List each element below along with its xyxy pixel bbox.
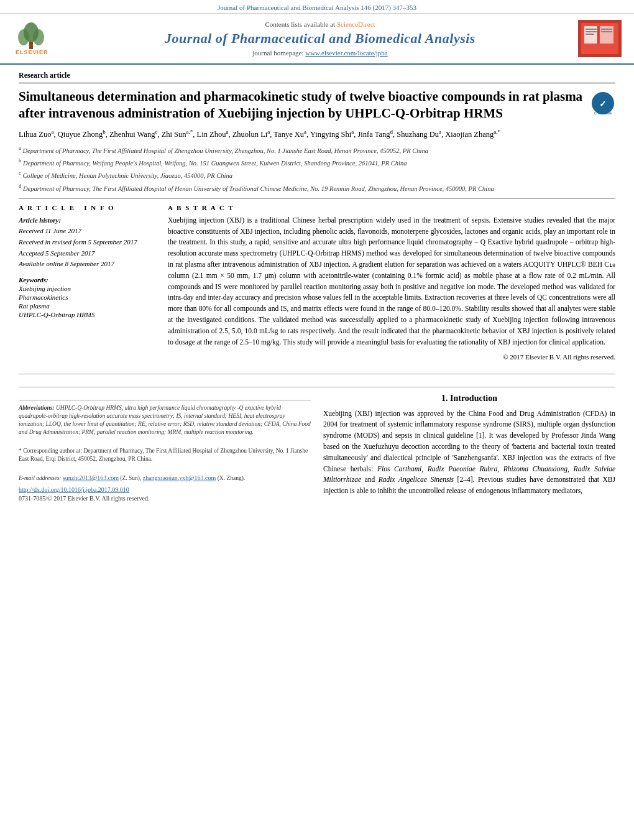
footnotes-block: Abbreviations: UHPLC-Q-Orbitrap HRMS, ul… — [19, 400, 311, 483]
introduction-section: Abbreviations: UHPLC-Q-Orbitrap HRMS, ul… — [19, 387, 615, 502]
affiliation-c: c College of Medicine, Henan Polytechnic… — [19, 169, 615, 180]
svg-rect-14 — [601, 29, 612, 30]
keyword-3: Rat plasma — [19, 302, 155, 310]
email-block: E-mail addresses: sunzhi2013@163.com (Z.… — [19, 474, 311, 482]
section-divider — [19, 198, 615, 199]
doi-block: http://dx.doi.org/10.1016/j.jpba.2017.09… — [19, 486, 311, 493]
article-info-header: A R T I C L E I N F O — [19, 204, 155, 211]
intro-section-title: 1. Introduction — [323, 394, 615, 404]
svg-text:✓: ✓ — [599, 99, 607, 109]
main-content: Research article Simultaneous determinat… — [0, 65, 634, 508]
affiliation-a: a Department of Pharmacy, The First Affi… — [19, 144, 615, 155]
history-label: Article history: — [19, 216, 61, 224]
intro-right: 1. Introduction Xuebijing (XBJ) injectio… — [323, 394, 615, 502]
affiliation-d: d Department of Pharmacy, The First Affi… — [19, 182, 615, 193]
issn-block: 0731-7085/© 2017 Elsevier B.V. All right… — [19, 495, 311, 502]
contents-line: Contents lists available at ScienceDirec… — [62, 21, 578, 28]
sciencedirect-link[interactable]: ScienceDirect — [337, 21, 375, 28]
svg-text:ELSEVIER: ELSEVIER — [16, 49, 48, 55]
keyword-1: Xuebijing injection — [19, 285, 155, 292]
svg-rect-13 — [586, 34, 594, 35]
svg-rect-4 — [29, 42, 33, 49]
email-link-1[interactable]: sunzhi2013@163.com — [63, 474, 119, 481]
abstract-header: A B S T R A C T — [168, 204, 615, 211]
svg-rect-15 — [601, 31, 612, 32]
intro-paragraph: Xuebijing (XBJ) injection was approved b… — [323, 408, 615, 497]
journal-header-middle: Contents lists available at ScienceDirec… — [62, 21, 578, 57]
intro-left: Abbreviations: UHPLC-Q-Orbitrap HRMS, ul… — [19, 394, 311, 502]
journal-cover-thumbnail — [578, 20, 622, 57]
keyword-2: Pharmacokinetics — [19, 293, 155, 301]
article-type-label: Research article — [19, 71, 615, 83]
right-column: A B S T R A C T Xuebijing injection (XBJ… — [168, 204, 615, 362]
svg-point-2 — [18, 29, 29, 45]
section-divider-2 — [19, 374, 615, 374]
journal-homepage: journal homepage: www.elsevier.com/locat… — [62, 49, 578, 57]
email-link-2[interactable]: zhangxiaojian.yxb@163.com — [143, 474, 216, 481]
journal-title: Journal of Pharmaceutical and Biomedical… — [62, 30, 578, 47]
revised-date: Received in revised form 5 September 201… — [19, 238, 137, 246]
article-info-abstract: A R T I C L E I N F O Article history: R… — [19, 204, 615, 362]
abstract-text: Xuebijing injection (XBJ) is a tradition… — [168, 215, 615, 362]
intro-two-col: Abbreviations: UHPLC-Q-Orbitrap HRMS, ul… — [19, 394, 615, 502]
article-info-block: Article history: Received 11 June 2017 R… — [19, 215, 155, 270]
journal-ref-bar: Journal of Pharmaceutical and Biomedical… — [0, 0, 634, 14]
crossmark-icon: ✓ CrossMark — [590, 91, 615, 116]
affiliation-b: b Department of Pharmacy, Weifang People… — [19, 157, 615, 168]
left-column: A R T I C L E I N F O Article history: R… — [19, 204, 155, 362]
journal-header: ELSEVIER Contents lists available at Sci… — [0, 14, 634, 65]
authors-line: Lihua Zuoa, Qiuyue Zhongb, Zhenhui Wangc… — [19, 127, 615, 141]
corresponding-author-note: * Corresponding author at: Department of… — [19, 447, 311, 464]
author-1: Lihua Zuoa, Qiuyue Zhongb, Zhenhui Wangc… — [19, 130, 500, 139]
received-date: Received 11 June 2017 — [19, 227, 81, 234]
keyword-4: UHPLC-Q-Orbitrap HRMS — [19, 311, 155, 318]
keywords-block: Keywords: Xuebijing injection Pharmacoki… — [19, 276, 155, 318]
available-date: Available online 8 September 2017 — [19, 260, 114, 267]
accepted-date: Accepted 5 September 2017 — [19, 249, 94, 257]
abbreviations-block: Abbreviations: UHPLC-Q-Orbitrap HRMS, ul… — [19, 404, 311, 437]
elsevier-logo-left: ELSEVIER — [12, 20, 62, 57]
svg-point-3 — [33, 29, 44, 45]
doi-link[interactable]: http://dx.doi.org/10.1016/j.jpba.2017.09… — [19, 486, 129, 493]
svg-rect-12 — [586, 31, 597, 32]
svg-rect-11 — [586, 29, 597, 30]
title-area: Simultaneous determination and pharmacok… — [19, 88, 615, 122]
journal-reference: Journal of Pharmaceutical and Biomedical… — [218, 4, 416, 11]
copyright-line: © 2017 Elsevier B.V. All rights reserved… — [168, 352, 615, 362]
affiliations-block: a Department of Pharmacy, The First Affi… — [19, 144, 615, 193]
paper-title: Simultaneous determination and pharmacok… — [19, 88, 584, 122]
svg-text:CrossMark: CrossMark — [594, 111, 612, 115]
keywords-label: Keywords: — [19, 276, 48, 284]
homepage-url[interactable]: www.elsevier.com/locate/jpba — [305, 49, 387, 57]
intro-para-1: Xuebijing (XBJ) injection was approved b… — [323, 408, 615, 497]
